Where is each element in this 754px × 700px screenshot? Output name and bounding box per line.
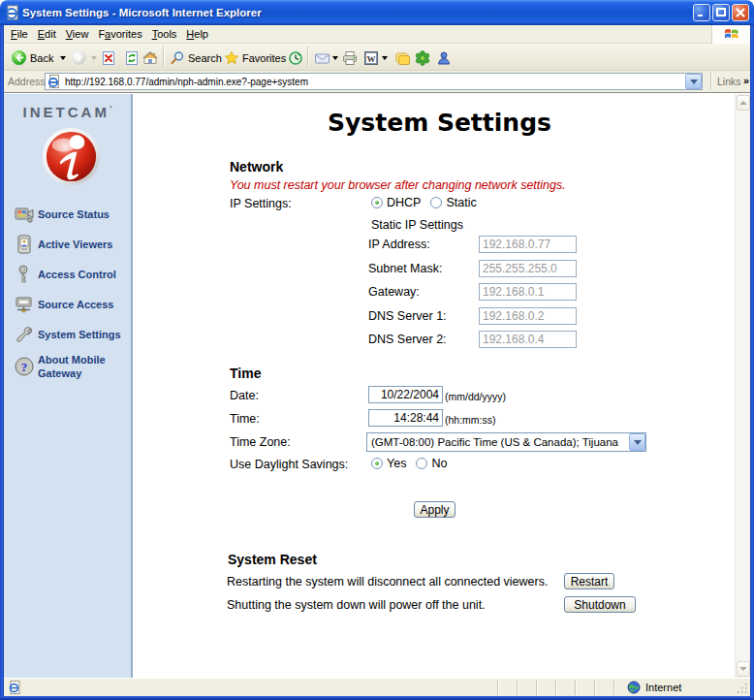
forward-button[interactable] <box>72 46 97 70</box>
date-input[interactable] <box>368 386 443 403</box>
links-separator <box>710 73 711 90</box>
menu-edit[interactable]: Edit <box>33 26 61 42</box>
mail-icon <box>314 50 330 66</box>
sidebar-item-label: About Mobile Gateway <box>38 353 121 380</box>
system-settings-wrench-icon <box>14 324 35 345</box>
vertical-scrollbar[interactable] <box>735 94 750 678</box>
daylight-label: Use Daylight Savings: <box>230 458 348 471</box>
shutdown-button[interactable]: Shutdown <box>564 596 636 613</box>
browser-viewport: INETCAM’ <box>4 92 750 678</box>
time-label: Time: <box>230 412 260 426</box>
time-heading: Time <box>230 366 261 381</box>
menu-view[interactable]: View <box>61 26 94 42</box>
timezone-value: (GMT-08:00) Pacific Time (US & Canada); … <box>367 436 629 448</box>
close-button[interactable] <box>732 4 749 21</box>
status-document-icon <box>4 679 27 697</box>
window-controls <box>693 4 749 21</box>
timezone-select[interactable]: (GMT-08:00) Pacific Time (US & Canada); … <box>366 432 646 452</box>
back-button[interactable]: Back <box>12 46 66 70</box>
static-radio[interactable] <box>430 197 442 208</box>
dhcp-radio[interactable] <box>371 197 383 208</box>
about-question-icon: ? <box>14 356 35 377</box>
back-icon <box>12 50 26 65</box>
favorites-label: Favorites <box>242 52 286 64</box>
status-zone: Internet <box>613 681 735 695</box>
dhcp-label: DHCP <box>387 196 421 209</box>
menu-file[interactable]: File <box>6 26 33 42</box>
dns-server-2-input[interactable] <box>479 331 577 348</box>
status-segment <box>594 681 613 695</box>
history-button[interactable] <box>288 46 303 70</box>
discuss-button[interactable] <box>394 46 410 70</box>
mail-button[interactable] <box>314 46 338 70</box>
status-segment <box>555 681 575 695</box>
daylight-no-radio[interactable] <box>416 458 427 469</box>
sidebar-item-access-control[interactable]: Access Control <box>14 264 116 285</box>
favorites-button[interactable]: Favorites <box>224 46 286 70</box>
ip-address-input[interactable] <box>479 236 577 253</box>
forward-icon <box>72 50 86 65</box>
address-bar: Address http://192.168.0.77/admin/nph-ad… <box>4 71 750 92</box>
discuss-icon <box>394 50 410 66</box>
sidebar-item-source-access[interactable]: Source Access <box>14 294 113 315</box>
title-bar: System Settings - Microsoft Internet Exp… <box>0 0 754 25</box>
system-reset-heading: System Reset <box>228 552 317 567</box>
resize-grip[interactable] <box>735 679 750 697</box>
menu-favorites[interactable]: Favorites <box>93 26 146 42</box>
address-field[interactable]: http://192.168.0.77/admin/nph-admin.exe?… <box>45 73 703 90</box>
sidebar-item-about-mobile-gateway[interactable]: ? About Mobile Gateway <box>14 353 121 380</box>
address-label: Address <box>8 76 46 87</box>
sidebar-item-system-settings[interactable]: System Settings <box>14 324 121 345</box>
word-dropdown-caret[interactable] <box>382 56 388 60</box>
dns-server-1-label: DNS Server 1: <box>368 309 447 323</box>
menu-help[interactable]: Help <box>181 26 213 42</box>
back-dropdown-caret[interactable] <box>60 56 66 60</box>
messenger-button[interactable] <box>436 46 452 70</box>
scroll-up-button[interactable] <box>737 95 750 111</box>
links-chevron[interactable]: » <box>743 75 748 86</box>
menu-tools[interactable]: Tools <box>147 26 182 42</box>
address-dropdown-button[interactable] <box>685 74 702 89</box>
refresh-button[interactable] <box>124 46 140 70</box>
stop-button[interactable] <box>101 46 116 70</box>
history-icon <box>288 50 303 66</box>
mail-dropdown-caret[interactable] <box>332 56 338 60</box>
address-url[interactable]: http://192.168.0.77/admin/nph-admin.exe?… <box>65 77 685 87</box>
edit-word-button[interactable]: W <box>363 46 388 70</box>
restart-button[interactable]: Restart <box>564 573 614 589</box>
print-icon <box>342 50 358 66</box>
status-segment <box>575 681 594 695</box>
links-label[interactable]: Links <box>717 76 741 87</box>
sidebar-item-active-viewers[interactable]: Active Viewers <box>14 234 112 255</box>
minimize-button[interactable] <box>693 4 710 21</box>
menu-bar: File Edit View Favorites Tools Help <box>4 25 750 44</box>
timezone-dropdown-button[interactable] <box>629 433 645 451</box>
daylight-yes-label: Yes <box>387 457 406 470</box>
dns-server-1-input[interactable] <box>479 307 577 325</box>
active-viewers-icon <box>14 234 35 255</box>
page-title: System Settings <box>139 109 740 137</box>
icq-button[interactable] <box>415 46 430 70</box>
search-button[interactable]: Search <box>170 46 222 70</box>
stop-icon <box>101 50 116 66</box>
sidebar: INETCAM’ <box>4 94 133 678</box>
date-label: Date: <box>230 389 259 402</box>
access-control-key-icon <box>14 264 35 285</box>
network-heading: Network <box>230 159 283 175</box>
apply-button[interactable]: Apply <box>414 501 456 518</box>
svg-text:?: ? <box>21 360 28 374</box>
shutdown-text: Shutting the system down will power off … <box>227 598 486 612</box>
window-border <box>0 696 754 700</box>
subnet-mask-input[interactable] <box>479 260 577 277</box>
status-segment <box>517 681 536 695</box>
gateway-input[interactable] <box>479 283 577 301</box>
ie-page-icon <box>47 75 61 88</box>
home-button[interactable] <box>141 46 159 70</box>
maximize-button[interactable] <box>712 4 730 21</box>
daylight-yes-radio[interactable] <box>371 458 383 469</box>
time-input[interactable] <box>368 409 443 427</box>
print-button[interactable] <box>342 46 358 70</box>
scroll-down-button[interactable] <box>737 661 750 677</box>
forward-dropdown-caret[interactable] <box>91 56 97 60</box>
sidebar-item-source-status[interactable]: Source Status <box>14 204 110 225</box>
